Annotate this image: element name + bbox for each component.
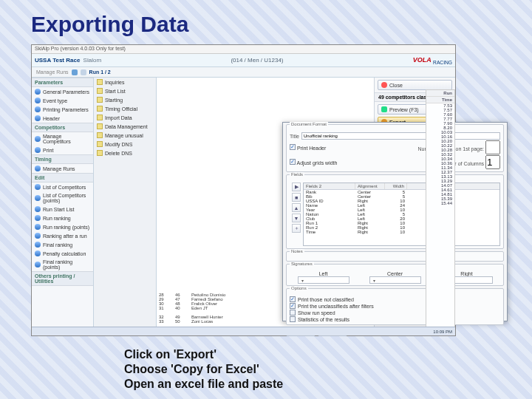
adjust-width-label: Adjust grids width: [297, 160, 338, 166]
sig-left-dropdown[interactable]: [298, 276, 349, 284]
sidebar-item[interactable]: Print: [32, 146, 93, 154]
sidebar-section: Others printing / Utilities: [32, 271, 93, 286]
race-title: USSA Test Race: [35, 57, 80, 64]
group-doc-format: Document Format: [290, 122, 328, 126]
instructions: Click on 'Export' Choose 'Copy for Excel…: [124, 347, 283, 392]
print-header-checkbox[interactable]: [290, 144, 296, 150]
sig-center-label: Center: [387, 271, 403, 276]
mid-item-label: Timing Official: [105, 106, 137, 112]
sidebar-item[interactable]: Run ranking: [32, 214, 93, 222]
bullet-icon: [35, 262, 41, 267]
vola-logo: VOLA: [413, 56, 432, 64]
opt3-checkbox[interactable]: [290, 310, 296, 316]
sidebar-item[interactable]: Header: [32, 114, 93, 123]
tool-add-icon[interactable]: ＋: [292, 224, 301, 233]
title-input[interactable]: [301, 132, 500, 140]
vola-logo-sub: RACING: [433, 59, 452, 64]
sidebar-item[interactable]: General Parameters: [32, 87, 93, 96]
bullet-icon: [35, 215, 41, 221]
mid-icon: [97, 88, 103, 94]
mid-item[interactable]: Timing Official: [94, 104, 156, 113]
bullet-icon: [35, 98, 41, 103]
opt1-label: Print those not classified: [298, 297, 354, 302]
mid-icon: [97, 132, 103, 138]
mid-item[interactable]: Start List: [94, 86, 156, 95]
mid-item[interactable]: Delete DNS: [94, 149, 156, 157]
opt2-label: Print the unclassifieds after filters: [298, 304, 374, 309]
windows-taskbar: 10:09 PM: [32, 327, 455, 335]
opt1-checkbox[interactable]: [290, 296, 296, 302]
bullet-icon: [35, 147, 41, 153]
sidebar-item[interactable]: Final ranking (points): [32, 258, 93, 271]
bullet-icon: [35, 136, 41, 142]
instruction-line-2: Choose 'Copy for Excel': [124, 362, 283, 377]
columns-input[interactable]: [485, 155, 500, 169]
instruction-line-1: Click on 'Export': [124, 347, 283, 362]
sidebar-item-label: General Parameters: [43, 89, 89, 95]
fields-grid[interactable]: Fields 2 Alignment Width RankCenter5BibC…: [303, 183, 500, 246]
sidebar-item[interactable]: Final ranking: [32, 240, 93, 249]
slide-title: Exporting Data: [31, 12, 188, 37]
group-fields: Fields: [290, 172, 304, 177]
sidebar-item[interactable]: Run Start List: [32, 205, 93, 214]
sig-center-dropdown[interactable]: [369, 276, 421, 284]
sidebar-item-label: Header: [43, 116, 60, 121]
mid-item[interactable]: Inquiries: [94, 78, 156, 86]
run-title: Run 1 / 2: [89, 69, 111, 75]
preview-icon: [381, 106, 387, 112]
sidebar-item[interactable]: Run ranking (points): [32, 222, 93, 231]
mid-item-label: Import Data: [105, 115, 132, 120]
opt4-checkbox[interactable]: [290, 316, 296, 322]
lines-input[interactable]: [485, 140, 500, 154]
sidebar-item[interactable]: List of Competitors: [32, 183, 93, 191]
bullet-icon: [35, 250, 41, 256]
tool-red-icon[interactable]: ■: [292, 193, 301, 202]
mid-item[interactable]: Modify DNS: [94, 140, 156, 149]
mid-icon: [97, 97, 103, 103]
col-width: Width: [385, 183, 407, 189]
bullet-icon: [35, 115, 41, 121]
sidebar-item[interactable]: Manage Runs: [32, 164, 93, 173]
bullet-icon: [35, 233, 41, 239]
run-dot-1[interactable]: [72, 69, 78, 75]
sidebar-item-label: Ranking after a run: [43, 233, 87, 239]
mid-item-label: Manage unusual: [105, 133, 143, 138]
time-cell: 15.44: [426, 201, 454, 205]
field-row[interactable]: TimeRight10: [304, 230, 499, 234]
mid-item[interactable]: Starting: [94, 95, 156, 104]
mid-item-label: Start List: [105, 89, 126, 94]
mid-column: InquiriesStart ListStartingTiming Offici…: [94, 78, 157, 327]
sidebar-item-label: Run Start List: [43, 207, 74, 212]
mid-icon: [97, 150, 103, 156]
sidebar-item[interactable]: Printing Parameters: [32, 105, 93, 114]
bullet-icon: [35, 206, 41, 212]
sidebar-item-label: Final ranking: [43, 242, 72, 248]
sidebar-section: Edit: [32, 173, 93, 183]
col-align: Alignment: [355, 183, 385, 189]
close-button[interactable]: Close: [378, 80, 452, 90]
mid-item[interactable]: Import Data: [94, 113, 156, 122]
format-dialog: Document Format Title Print Header Numbe…: [282, 122, 508, 321]
race-sub: Slalom: [83, 57, 101, 64]
col-fields: Fields 2: [304, 183, 355, 189]
bullet-icon: [35, 184, 41, 190]
sidebar-item[interactable]: Penalty calculation: [32, 249, 93, 258]
sidebar-item-label: Manage Runs: [43, 166, 75, 171]
adjust-width-checkbox[interactable]: [290, 159, 296, 165]
app-toolbar: USSA Test Race Slalom (014 / Men / U1234…: [32, 54, 455, 67]
mid-item[interactable]: Data Management: [94, 122, 156, 131]
mid-icon: [97, 106, 103, 112]
opt2-checkbox[interactable]: [290, 303, 296, 309]
sidebar-item[interactable]: List of Competitors (points): [32, 191, 93, 205]
tool-up-icon[interactable]: ▲: [292, 203, 301, 212]
tool-green-icon[interactable]: ▶: [292, 183, 301, 191]
mid-item[interactable]: Manage unusual: [94, 131, 156, 140]
mid-icon: [97, 141, 103, 147]
sidebar-item[interactable]: Event type: [32, 96, 93, 105]
run-dot-2[interactable]: [81, 69, 86, 75]
sidebar-item-label: Print: [43, 148, 53, 153]
sidebar-item[interactable]: Ranking after a run: [32, 231, 93, 240]
tool-down-icon[interactable]: ▼: [292, 214, 301, 222]
sidebar-item[interactable]: Manage Competitors: [32, 132, 93, 146]
sidebar-item-label: Run ranking: [43, 216, 71, 221]
